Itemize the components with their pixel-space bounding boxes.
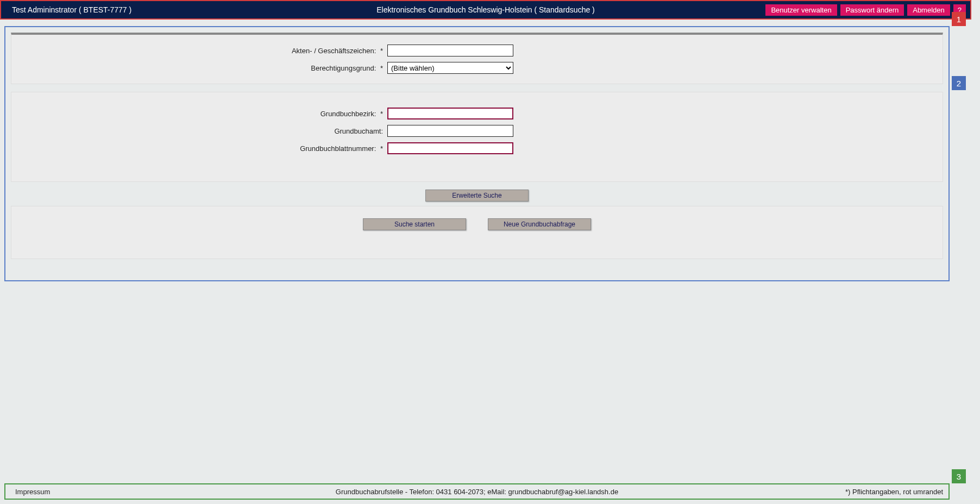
label-grundbuchamt: Grundbuchamt:: [14, 127, 387, 135]
label-berechtigung-text: Berechtigungsgrund:: [311, 64, 376, 72]
app-header: Test Admininstrator ( BTEST-7777 ) Elekt…: [0, 0, 971, 20]
label-aktenzeichen: Akten- / Geschäftszeichen: *: [14, 47, 387, 55]
extended-search-row: Erweiterte Suche: [11, 190, 943, 201]
label-grundbuchamt-text: Grundbuchamt:: [334, 127, 383, 135]
action-panel: Suche starten Neue Grundbuchabfrage: [11, 206, 943, 259]
manage-users-button[interactable]: Benutzer verwalten: [765, 4, 837, 16]
start-search-button[interactable]: Suche starten: [363, 218, 466, 230]
footer: Impressum Grundbuchabrufstelle - Telefon…: [4, 483, 950, 500]
required-star: *: [380, 47, 383, 55]
impressum-link[interactable]: Impressum: [11, 488, 50, 496]
row-grundbuchamt: Grundbuchamt:: [14, 125, 940, 137]
annotation-marker-3: 3: [952, 469, 966, 483]
grundbuchbezirk-input[interactable]: [387, 108, 513, 119]
berechtigung-select[interactable]: (Bitte wählen): [387, 62, 513, 74]
logout-button[interactable]: Abmelden: [907, 4, 950, 16]
top-panel: Akten- / Geschäftszeichen: * Berechtigun…: [11, 33, 943, 84]
label-grundbuchbezirk-text: Grundbuchbezirk:: [321, 110, 376, 118]
row-berechtigung: Berechtigungsgrund: * (Bitte wählen): [14, 62, 940, 74]
label-aktenzeichen-text: Akten- / Geschäftszeichen:: [292, 47, 376, 55]
label-grundbuchblatt: Grundbuchblattnummer: *: [14, 144, 387, 153]
header-title: Elektronisches Grundbuch Schleswig-Holst…: [376, 5, 595, 14]
annotation-marker-1: 1: [952, 12, 966, 26]
annotation-marker-2: 2: [952, 76, 966, 90]
new-query-button[interactable]: Neue Grundbuchabfrage: [488, 218, 591, 230]
row-grundbuchbezirk: Grundbuchbezirk: *: [14, 108, 940, 119]
required-star: *: [380, 64, 383, 72]
grundbuchamt-input[interactable]: [387, 125, 513, 137]
action-button-row: Suche starten Neue Grundbuchabfrage: [14, 218, 940, 230]
footer-contact: Grundbuchabrufstelle - Telefon: 0431 604…: [336, 488, 618, 496]
aktenzeichen-input[interactable]: [387, 45, 513, 56]
footer-required-note: *) Pflichtangaben, rot umrandet: [845, 488, 943, 496]
center-panel: Grundbuchbezirk: * Grundbuchamt: Grundbu…: [11, 92, 943, 182]
label-grundbuchblatt-text: Grundbuchblattnummer:: [300, 144, 376, 153]
label-berechtigung: Berechtigungsgrund: *: [14, 64, 387, 72]
header-user-label: Test Admininstrator ( BTEST-7777 ): [5, 5, 131, 14]
label-grundbuchbezirk: Grundbuchbezirk: *: [14, 110, 387, 118]
change-password-button[interactable]: Passwort ändern: [840, 4, 904, 16]
header-actions: Benutzer verwalten Passwort ändern Abmel…: [765, 4, 966, 16]
main-search-area: Akten- / Geschäftszeichen: * Berechtigun…: [4, 26, 950, 281]
row-aktenzeichen: Akten- / Geschäftszeichen: *: [14, 45, 940, 56]
row-grundbuchblatt: Grundbuchblattnummer: *: [14, 142, 940, 154]
required-star: *: [380, 144, 383, 153]
grundbuchblatt-input[interactable]: [387, 142, 513, 154]
required-star: *: [380, 110, 383, 118]
extended-search-button[interactable]: Erweiterte Suche: [425, 190, 529, 201]
